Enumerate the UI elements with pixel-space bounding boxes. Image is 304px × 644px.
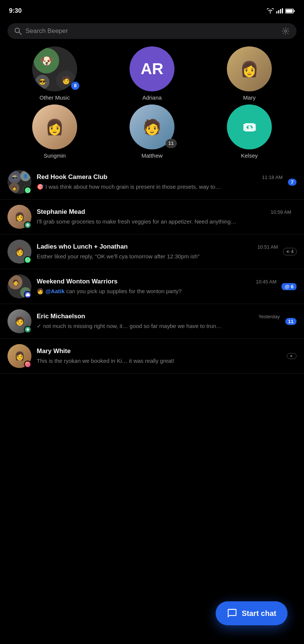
battery-icon [285, 9, 295, 13]
red-hook-time: 11:18 AM [262, 174, 283, 180]
contact-sungmin[interactable]: 👩 Sungmin [6, 104, 103, 159]
instagram-icon-badge [24, 361, 31, 368]
stephanie-content: Stephanie Mead 10:59 AM I'll grab some g… [37, 208, 291, 225]
svg-rect-5 [294, 10, 295, 12]
mary-white-preview: This is the ryokan we booked in Ki… it w… [37, 357, 282, 365]
svg-rect-3 [282, 8, 283, 13]
ladies-time: 10:51 AM [257, 244, 278, 250]
ladies-content: Ladies who Lunch + Jonathan 10:51 AM Est… [37, 243, 278, 260]
eric-meta: 11 [285, 318, 297, 325]
matthew-label: Matthew [142, 152, 163, 159]
matthew-badge: 11 [165, 139, 177, 148]
wifi-icon [267, 8, 274, 14]
other-music-badge: 8 [71, 82, 79, 90]
whatsapp-icon-badge [24, 256, 31, 264]
chat-list: 📸 👤 🧑 +8 Red Hook Camera Club 11:18 AM 🎯… [0, 165, 304, 374]
svg-rect-0 [276, 11, 277, 13]
svg-rect-1 [278, 10, 279, 13]
contacts-grid: 🐶 🧑 😎 8 Other Music AR Adriana 👩 Mary 👩 … [0, 46, 304, 165]
eric-name: Eric Michaelson [37, 313, 85, 320]
ladies-preview: Esther liked your reply, "OK we'll cya t… [37, 252, 278, 260]
red-hook-badge: 7 [288, 179, 297, 186]
adriana-label: Adriana [142, 94, 162, 101]
search-input[interactable] [25, 27, 278, 35]
contact-matthew[interactable]: 🧑 11 Matthew [103, 104, 201, 159]
kelsey-label: Kelsey [241, 152, 258, 159]
ladies-meta: 4 [283, 248, 297, 255]
whatsapp-icon [24, 186, 31, 194]
eric-content: Eric Michaelson Yesterday ✓ not much is … [37, 313, 280, 330]
eric-badge: 11 [285, 318, 297, 325]
wonton-mention-badge: @ 6 [282, 283, 297, 290]
status-time: 9:30 [9, 7, 22, 15]
mary-white-content: Mary White This is the ryokan we booked … [37, 347, 282, 365]
signal-icon [276, 8, 283, 13]
svg-point-7 [15, 28, 19, 33]
wonton-name: Weekend Wonton Warriors [37, 278, 118, 285]
search-bar[interactable] [7, 23, 297, 39]
start-chat-button[interactable]: Start chat [216, 601, 288, 625]
status-icons [267, 8, 295, 14]
eric-preview: ✓ not much is missing right now, it… goo… [37, 322, 280, 330]
contact-other-music[interactable]: 🐶 🧑 😎 8 Other Music [6, 46, 103, 101]
signal-icon-badge [24, 221, 31, 229]
wonton-preview: 🧑 @Aatik can you pick up supplies for th… [37, 287, 276, 295]
chat-item-eric[interactable]: 🧑 Eric Michaelson Yesterday ✓ not much i… [0, 304, 304, 339]
contact-kelsey[interactable]: 🎟 Kelsey [201, 104, 298, 159]
wonton-content: Weekend Wonton Warriors 10:45 AM 🧑 @Aati… [37, 278, 276, 295]
red-hook-meta: 7 [288, 179, 297, 186]
red-hook-name: Red Hook Camera Club [37, 173, 107, 181]
mary-label: Mary [243, 94, 255, 101]
chat-item-red-hook[interactable]: 📸 👤 🧑 +8 Red Hook Camera Club 11:18 AM 🎯… [0, 165, 304, 200]
adriana-avatar: AR [130, 46, 174, 91]
settings-icon[interactable] [282, 27, 290, 35]
sungmin-label: Sungmin [43, 152, 66, 159]
mary-avatar: 👩 [227, 46, 272, 91]
stephanie-time: 10:59 AM [271, 209, 291, 215]
sungmin-avatar: 👩 [32, 104, 77, 149]
other-music-label: Other Music [40, 94, 70, 101]
eric-time: Yesterday [258, 314, 280, 319]
stephanie-preview: I'll grab some groceries to make fresh v… [37, 218, 291, 225]
ladies-name: Ladies who Lunch + Jonathan [37, 243, 128, 250]
contact-mary[interactable]: 👩 Mary [201, 46, 298, 101]
red-hook-preview: 🎯 I was think about how much grain is pr… [37, 183, 283, 191]
kelsey-avatar: 🎟 [227, 104, 272, 149]
svg-point-9 [285, 30, 287, 32]
wonton-meta: @ 6 [282, 283, 297, 290]
mary-white-meta [287, 353, 297, 359]
wonton-time: 10:45 AM [256, 279, 277, 285]
chat-item-stephanie[interactable]: 👩 Stephanie Mead 10:59 AM I'll grab some… [0, 200, 304, 234]
svg-line-8 [19, 32, 21, 34]
chat-item-mary-white[interactable]: 👩 Mary White This is the ryokan we booke… [0, 339, 304, 374]
start-chat-label: Start chat [242, 609, 276, 618]
chat-icon [227, 608, 237, 619]
signal-icon-eric [24, 326, 31, 333]
search-icon [14, 27, 22, 35]
status-bar: 9:30 [0, 0, 304, 19]
chat-item-wonton[interactable]: 🧑 👤 Weekend Wonton Warriors 10:45 AM 🧑 @… [0, 269, 304, 304]
discord-icon-badge [24, 291, 31, 298]
ladies-muted-badge: 4 [283, 248, 297, 255]
red-hook-content: Red Hook Camera Club 11:18 AM 🎯 I was th… [37, 173, 283, 191]
stephanie-name: Stephanie Mead [37, 208, 85, 216]
mary-white-name: Mary White [37, 347, 71, 355]
chat-item-ladies[interactable]: 👩 Ladies who Lunch + Jonathan 10:51 AM E… [0, 234, 304, 269]
svg-rect-6 [286, 9, 293, 12]
svg-rect-2 [280, 9, 281, 13]
contact-adriana[interactable]: AR Adriana [103, 46, 201, 101]
mary-white-muted [287, 353, 297, 359]
